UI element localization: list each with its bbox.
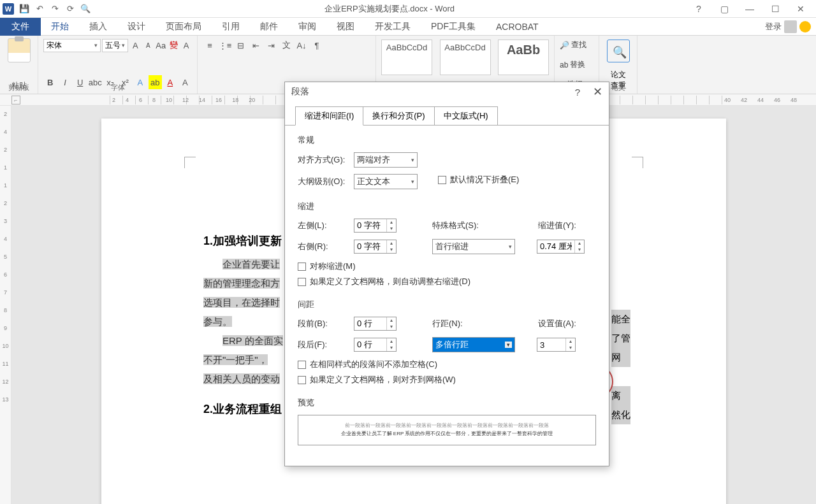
mirror-indent-checkbox[interactable]: 对称缩进(M) — [298, 261, 596, 272]
tab-home[interactable]: 开始 — [41, 18, 79, 36]
spacing-section: 间距 段前(B): ▴▾ 行距(N): 设置值(A): 段后(F): ▴▾ 多倍… — [298, 299, 596, 385]
indent-section: 缩进 左侧(L): ▴▾ 特殊格式(S): 缩进值(Y): 右侧(R): ▴▾ … — [298, 201, 596, 287]
spin-down-icon[interactable]: ▾ — [387, 324, 396, 330]
left-indent-label: 左侧(L): — [298, 220, 349, 231]
tab-pdf[interactable]: PDF工具集 — [421, 18, 486, 36]
outline-select[interactable]: 正文文本▾ — [354, 174, 418, 189]
asian-layout-icon[interactable]: 文 — [279, 38, 293, 52]
show-marks-icon[interactable]: ¶ — [310, 38, 324, 52]
minimize-button[interactable]: — — [737, 1, 762, 17]
style-heading1[interactable]: AaBb — [498, 40, 549, 75]
border-char-icon[interactable]: A — [180, 38, 192, 52]
tab-view[interactable]: 视图 — [326, 18, 365, 36]
feedback-icon[interactable] — [799, 21, 811, 32]
ribbon-options-icon[interactable]: ▢ — [711, 1, 737, 17]
maximize-button[interactable]: ☐ — [762, 1, 788, 17]
document-title: 企业ERP实施规划要点.docx - Word — [93, 3, 686, 15]
file-tab[interactable]: 文件 — [0, 18, 41, 36]
font-group: 宋体▾ 五号▾ A A Aa 變 A B I U abc x₂ x² A ab … — [38, 36, 198, 94]
spin-up-icon[interactable]: ▴ — [575, 240, 584, 247]
font-size-select[interactable]: 五号▾ — [102, 39, 129, 52]
spin-up-icon[interactable]: ▴ — [387, 240, 396, 247]
alignment-select[interactable]: 两端对齐▾ — [354, 152, 418, 168]
special-indent-select[interactable]: 首行缩进▾ — [432, 239, 515, 254]
tab-references[interactable]: 引用 — [212, 18, 250, 36]
grow-font-icon[interactable]: A — [129, 38, 141, 52]
paper-check-icon[interactable] — [607, 40, 630, 62]
qat-preview-icon[interactable]: 🔍 — [78, 1, 93, 17]
login-button[interactable]: 登录 — [760, 20, 816, 33]
increase-indent-icon[interactable]: ⇥ — [264, 38, 278, 52]
right-indent-label: 右侧(R): — [298, 241, 349, 252]
bullets-icon[interactable]: ≡ — [203, 38, 217, 52]
find-button[interactable]: 🔎查找 — [560, 38, 594, 52]
tab-indent-spacing[interactable]: 缩进和间距(I) — [295, 106, 363, 126]
style-normal[interactable]: AaBbCcDd — [381, 40, 432, 75]
spin-up-icon[interactable]: ▴ — [387, 219, 396, 226]
preview-title: 预览 — [298, 397, 596, 408]
decrease-indent-icon[interactable]: ⇤ — [249, 38, 263, 52]
spin-up-icon[interactable]: ▴ — [566, 338, 575, 345]
sort-icon[interactable]: A↓ — [295, 38, 309, 52]
general-title: 常规 — [298, 134, 596, 146]
phonetic-icon[interactable]: 變 — [168, 38, 179, 52]
tab-line-breaks[interactable]: 换行和分页(P) — [363, 106, 434, 126]
tab-selector[interactable]: ⌐ — [11, 96, 20, 104]
change-case-icon[interactable]: Aa — [155, 38, 166, 52]
spin-up-icon[interactable]: ▴ — [387, 338, 396, 345]
spin-down-icon[interactable]: ▾ — [387, 247, 396, 253]
space-after-spinner[interactable]: ▴▾ — [354, 338, 397, 352]
margin-corner-tr — [632, 157, 643, 168]
indent-value-spinner[interactable]: ▴▾ — [537, 240, 585, 254]
tab-design[interactable]: 设计 — [117, 18, 156, 36]
auto-adjust-checkbox[interactable]: 如果定义了文档网格，则自动调整右缩进(D) — [298, 276, 596, 287]
left-indent-spinner[interactable]: ▴▾ — [354, 219, 397, 233]
dialog-help-button[interactable]: ? — [575, 87, 580, 97]
style-nospace[interactable]: AaBbCcDd — [440, 40, 491, 75]
preview-section: 预览 前一段落前一段落前一段落前一段落前一段落前一段落前一段落前一段落前一段落前… — [298, 397, 596, 445]
qat-undo-icon[interactable]: ↶ — [32, 1, 47, 17]
qat-redo-icon[interactable]: ↷ — [47, 1, 62, 17]
collapse-checkbox[interactable]: 默认情况下折叠(E) — [438, 174, 519, 185]
spin-down-icon[interactable]: ▾ — [575, 247, 584, 253]
tab-layout[interactable]: 页面布局 — [156, 18, 212, 36]
tab-insert[interactable]: 插入 — [79, 18, 117, 36]
vertical-ruler[interactable]: 242112345678910111213 — [0, 106, 11, 504]
dialog-tabs: 缩进和间距(I) 换行和分页(P) 中文版式(H) — [285, 101, 609, 126]
spin-up-icon[interactable]: ▴ — [387, 317, 396, 324]
space-before-spinner[interactable]: ▴▾ — [354, 317, 397, 331]
qat-save-icon[interactable]: 💾 — [17, 1, 32, 17]
no-space-same-style-checkbox[interactable]: 在相同样式的段落间不添加空格(C) — [298, 359, 596, 370]
replace-button[interactable]: ab替换 — [560, 58, 594, 71]
tab-mailings[interactable]: 邮件 — [250, 18, 288, 36]
dialog-title-text: 段落 — [291, 86, 309, 97]
spin-down-icon[interactable]: ▾ — [566, 345, 575, 351]
qat-refresh-icon[interactable]: ⟳ — [62, 1, 78, 17]
tab-acrobat[interactable]: ACROBAT — [486, 18, 549, 35]
help-button[interactable]: ? — [686, 1, 711, 17]
avatar-icon — [784, 20, 797, 33]
special-label: 特殊格式(S): — [432, 220, 490, 231]
space-after-label: 段后(F): — [298, 339, 349, 350]
tab-asian-typography[interactable]: 中文版式(H) — [434, 106, 498, 126]
paste-icon[interactable] — [8, 38, 31, 62]
setat-spinner[interactable]: ▴▾ — [537, 338, 576, 352]
spin-down-icon[interactable]: ▾ — [387, 226, 396, 232]
tab-review[interactable]: 审阅 — [288, 18, 326, 36]
font-name-select[interactable]: 宋体▾ — [43, 39, 101, 52]
numbering-icon[interactable]: ⋮≡ — [218, 38, 232, 52]
tab-developer[interactable]: 开发工具 — [365, 18, 421, 36]
binoculars-icon: 🔎 — [560, 41, 569, 50]
clipboard-group: 粘贴 剪贴板 — [0, 36, 38, 94]
snap-to-grid-checkbox[interactable]: 如果定义了文档网格，则对齐到网格(W) — [298, 374, 596, 385]
spacing-title: 间距 — [298, 299, 596, 310]
dialog-titlebar[interactable]: 段落 ? ✕ — [285, 82, 609, 101]
dialog-close-button[interactable]: ✕ — [593, 85, 602, 99]
spin-down-icon[interactable]: ▾ — [387, 345, 396, 351]
shrink-font-icon[interactable]: A — [142, 38, 154, 52]
close-button[interactable]: ✕ — [788, 1, 813, 17]
multilevel-icon[interactable]: ⊟ — [233, 38, 247, 52]
right-indent-spinner[interactable]: ▴▾ — [354, 240, 397, 254]
line-spacing-select[interactable]: 多倍行距▾ — [432, 337, 515, 352]
ribbon-tabs: 文件 开始 插入 设计 页面布局 引用 邮件 审阅 视图 开发工具 PDF工具集… — [0, 18, 816, 36]
